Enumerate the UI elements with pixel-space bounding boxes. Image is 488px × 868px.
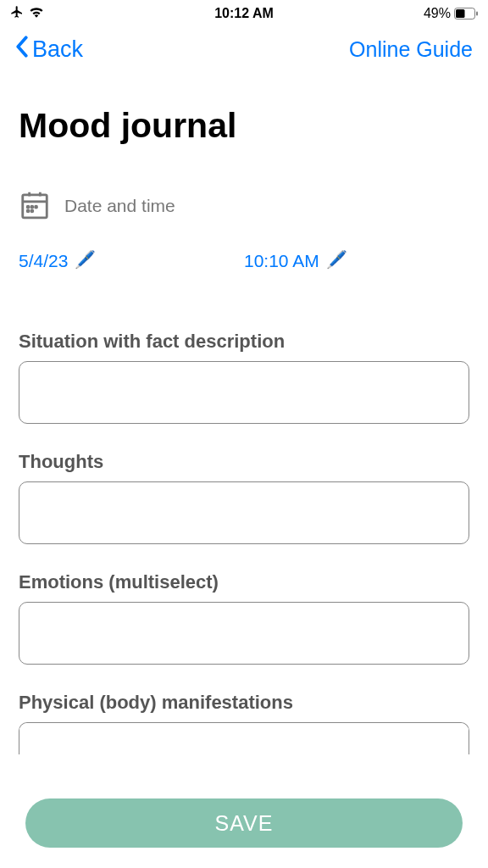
status-time: 10:12 AM: [214, 6, 274, 21]
thoughts-section: Thoughts: [19, 451, 469, 548]
battery-percentage: 49%: [424, 6, 451, 21]
physical-section: Physical (body) manifestations: [19, 692, 469, 758]
page-title: Mood journal: [0, 74, 488, 188]
calendar-icon: [19, 188, 51, 224]
status-bar: 10:12 AM 49%: [0, 0, 488, 25]
time-field[interactable]: 10:10 AM 🖊️: [244, 251, 469, 271]
svg-rect-1: [456, 9, 465, 18]
physical-input[interactable]: [19, 722, 469, 754]
form-content: Date and time 5/4/23 🖊️ 10:10 AM 🖊️ Situ…: [0, 188, 488, 758]
svg-point-11: [31, 210, 33, 212]
svg-rect-2: [476, 12, 478, 16]
thoughts-label: Thoughts: [19, 451, 469, 473]
wifi-icon: [29, 6, 44, 21]
edit-icon: 🖊️: [326, 249, 347, 270]
status-battery: 49%: [424, 6, 478, 21]
airplane-mode-icon: [10, 5, 24, 22]
save-button[interactable]: SAVE: [25, 798, 463, 848]
svg-point-7: [27, 206, 29, 208]
physical-label: Physical (body) manifestations: [19, 692, 469, 714]
svg-point-10: [27, 210, 29, 212]
back-label: Back: [32, 36, 83, 63]
chevron-left-icon: [15, 36, 29, 64]
svg-point-9: [36, 206, 37, 208]
datetime-label: Date and time: [64, 196, 175, 216]
back-button[interactable]: Back: [15, 36, 83, 64]
thoughts-input[interactable]: [19, 481, 469, 544]
status-left-icons: [10, 5, 44, 22]
datetime-header: Date and time: [19, 188, 469, 224]
emotions-input[interactable]: [19, 602, 469, 665]
edit-icon: 🖊️: [75, 249, 96, 270]
situation-input[interactable]: [19, 361, 469, 424]
datetime-values: 5/4/23 🖊️ 10:10 AM 🖊️: [19, 251, 469, 271]
emotions-section: Emotions (multiselect): [19, 571, 469, 668]
date-field[interactable]: 5/4/23 🖊️: [19, 251, 244, 271]
nav-bar: Back Online Guide: [0, 25, 488, 74]
emotions-label: Emotions (multiselect): [19, 571, 469, 593]
situation-label: Situation with fact description: [19, 331, 469, 353]
svg-point-8: [31, 206, 33, 208]
date-value: 5/4/23: [19, 251, 68, 271]
time-value: 10:10 AM: [244, 251, 319, 271]
online-guide-link[interactable]: Online Guide: [349, 37, 473, 62]
situation-section: Situation with fact description: [19, 331, 469, 427]
battery-icon: [454, 8, 478, 19]
save-bar: SAVE: [0, 798, 488, 848]
